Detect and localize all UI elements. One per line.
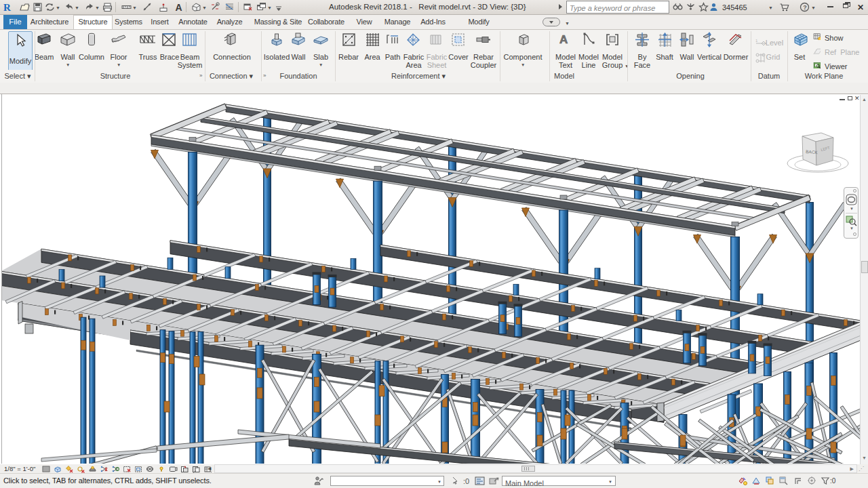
svg-text:1: 1 [755, 39, 758, 43]
svg-text:A: A [559, 33, 568, 46]
svg-text:?: ? [803, 4, 807, 11]
svg-text:A: A [176, 2, 182, 13]
svg-text:R: R [3, 2, 11, 13]
svg-text:BACK: BACK [806, 149, 818, 155]
